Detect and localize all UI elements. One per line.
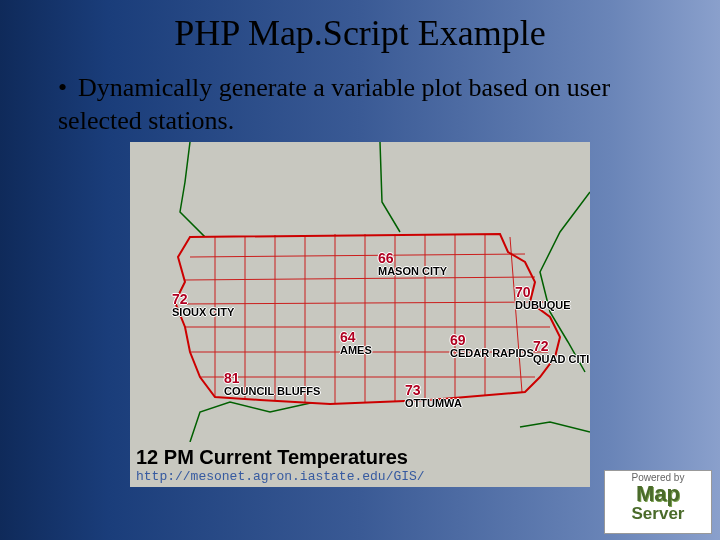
station-council-bluffs: 81COUNCIL BLUFFS bbox=[224, 371, 320, 397]
station-value: 69 bbox=[450, 333, 534, 348]
station-name: CEDAR RAPIDS bbox=[450, 348, 534, 360]
station-ames: 64AMES bbox=[340, 330, 372, 356]
station-value: 70 bbox=[515, 285, 571, 300]
logo-line1: Map bbox=[605, 483, 711, 505]
station-value: 66 bbox=[378, 251, 447, 266]
bullet-icon: • bbox=[58, 72, 78, 105]
station-name: DUBUQUE bbox=[515, 300, 571, 312]
station-name: SIOUX CITY bbox=[172, 307, 234, 319]
station-name: QUAD CITIES bbox=[533, 354, 590, 366]
station-value: 73 bbox=[405, 383, 462, 398]
mapserver-logo: Powered by Map Server bbox=[604, 470, 712, 534]
slide-title: PHP Map.Script Example bbox=[0, 0, 720, 54]
logo-line2: Server bbox=[605, 505, 711, 522]
station-name: AMES bbox=[340, 345, 372, 357]
map-url: http://mesonet.agron.iastate.edu/GIS/ bbox=[130, 469, 590, 484]
bullet-text: Dynamically generate a variable plot bas… bbox=[58, 73, 610, 135]
station-mason-city: 66MASON CITY bbox=[378, 251, 447, 277]
station-sioux-city: 72SIOUX CITY bbox=[172, 292, 234, 318]
station-value: 81 bbox=[224, 371, 320, 386]
map-caption-bar: 12 PM Current Temperatures http://mesone… bbox=[130, 442, 590, 487]
station-quad-cities: 72QUAD CITIES bbox=[533, 339, 590, 365]
station-dubuque: 70DUBUQUE bbox=[515, 285, 571, 311]
station-cedar-rapids: 69CEDAR RAPIDS bbox=[450, 333, 534, 359]
station-value: 64 bbox=[340, 330, 372, 345]
station-name: MASON CITY bbox=[378, 266, 447, 278]
map-caption: 12 PM Current Temperatures bbox=[130, 442, 590, 469]
station-ottumwa: 73OTTUMWA bbox=[405, 383, 462, 409]
map-container: 66MASON CITY72SIOUX CITY70DUBUQUE64AMES6… bbox=[130, 142, 590, 487]
station-name: COUNCIL BLUFFS bbox=[224, 386, 320, 398]
station-value: 72 bbox=[172, 292, 234, 307]
station-value: 72 bbox=[533, 339, 590, 354]
slide-bullet: •Dynamically generate a variable plot ba… bbox=[0, 54, 720, 147]
station-name: OTTUMWA bbox=[405, 398, 462, 410]
